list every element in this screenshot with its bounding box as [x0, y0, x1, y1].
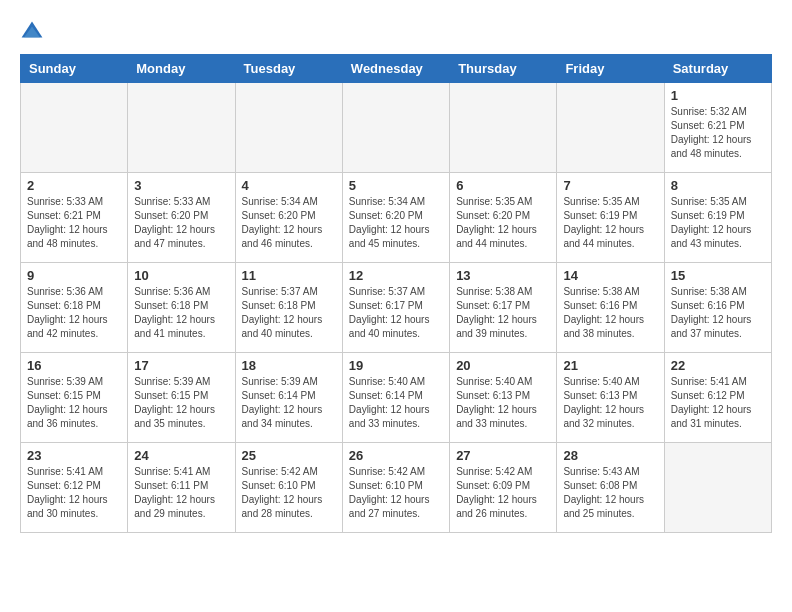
calendar-cell: 9Sunrise: 5:36 AM Sunset: 6:18 PM Daylig…: [21, 263, 128, 353]
calendar-cell: 10Sunrise: 5:36 AM Sunset: 6:18 PM Dayli…: [128, 263, 235, 353]
calendar-cell: 21Sunrise: 5:40 AM Sunset: 6:13 PM Dayli…: [557, 353, 664, 443]
day-number: 14: [563, 268, 657, 283]
day-info: Sunrise: 5:39 AM Sunset: 6:15 PM Dayligh…: [134, 375, 228, 431]
day-number: 26: [349, 448, 443, 463]
day-number: 15: [671, 268, 765, 283]
day-number: 4: [242, 178, 336, 193]
week-row-5: 23Sunrise: 5:41 AM Sunset: 6:12 PM Dayli…: [21, 443, 772, 533]
day-info: Sunrise: 5:38 AM Sunset: 6:16 PM Dayligh…: [563, 285, 657, 341]
day-header-thursday: Thursday: [450, 55, 557, 83]
day-info: Sunrise: 5:42 AM Sunset: 6:10 PM Dayligh…: [242, 465, 336, 521]
day-number: 27: [456, 448, 550, 463]
day-number: 21: [563, 358, 657, 373]
day-info: Sunrise: 5:41 AM Sunset: 6:12 PM Dayligh…: [671, 375, 765, 431]
day-number: 6: [456, 178, 550, 193]
calendar-cell: 15Sunrise: 5:38 AM Sunset: 6:16 PM Dayli…: [664, 263, 771, 353]
calendar-cell: 20Sunrise: 5:40 AM Sunset: 6:13 PM Dayli…: [450, 353, 557, 443]
calendar-cell: [664, 443, 771, 533]
calendar-cell: 27Sunrise: 5:42 AM Sunset: 6:09 PM Dayli…: [450, 443, 557, 533]
logo-icon: [20, 20, 44, 44]
day-header-monday: Monday: [128, 55, 235, 83]
calendar-cell: [235, 83, 342, 173]
day-info: Sunrise: 5:35 AM Sunset: 6:19 PM Dayligh…: [563, 195, 657, 251]
calendar-cell: 19Sunrise: 5:40 AM Sunset: 6:14 PM Dayli…: [342, 353, 449, 443]
calendar-cell: 24Sunrise: 5:41 AM Sunset: 6:11 PM Dayli…: [128, 443, 235, 533]
day-number: 10: [134, 268, 228, 283]
day-info: Sunrise: 5:33 AM Sunset: 6:21 PM Dayligh…: [27, 195, 121, 251]
day-number: 1: [671, 88, 765, 103]
calendar-cell: 4Sunrise: 5:34 AM Sunset: 6:20 PM Daylig…: [235, 173, 342, 263]
day-info: Sunrise: 5:37 AM Sunset: 6:17 PM Dayligh…: [349, 285, 443, 341]
week-row-3: 9Sunrise: 5:36 AM Sunset: 6:18 PM Daylig…: [21, 263, 772, 353]
day-info: Sunrise: 5:40 AM Sunset: 6:14 PM Dayligh…: [349, 375, 443, 431]
day-info: Sunrise: 5:40 AM Sunset: 6:13 PM Dayligh…: [563, 375, 657, 431]
calendar-cell: 23Sunrise: 5:41 AM Sunset: 6:12 PM Dayli…: [21, 443, 128, 533]
day-info: Sunrise: 5:43 AM Sunset: 6:08 PM Dayligh…: [563, 465, 657, 521]
day-info: Sunrise: 5:40 AM Sunset: 6:13 PM Dayligh…: [456, 375, 550, 431]
calendar-cell: 28Sunrise: 5:43 AM Sunset: 6:08 PM Dayli…: [557, 443, 664, 533]
calendar-cell: 25Sunrise: 5:42 AM Sunset: 6:10 PM Dayli…: [235, 443, 342, 533]
day-info: Sunrise: 5:41 AM Sunset: 6:11 PM Dayligh…: [134, 465, 228, 521]
calendar-cell: 16Sunrise: 5:39 AM Sunset: 6:15 PM Dayli…: [21, 353, 128, 443]
calendar-header: SundayMondayTuesdayWednesdayThursdayFrid…: [21, 55, 772, 83]
calendar-cell: 18Sunrise: 5:39 AM Sunset: 6:14 PM Dayli…: [235, 353, 342, 443]
day-number: 28: [563, 448, 657, 463]
day-header-wednesday: Wednesday: [342, 55, 449, 83]
calendar-cell: [557, 83, 664, 173]
day-number: 12: [349, 268, 443, 283]
day-info: Sunrise: 5:32 AM Sunset: 6:21 PM Dayligh…: [671, 105, 765, 161]
day-info: Sunrise: 5:39 AM Sunset: 6:15 PM Dayligh…: [27, 375, 121, 431]
day-info: Sunrise: 5:36 AM Sunset: 6:18 PM Dayligh…: [27, 285, 121, 341]
week-row-2: 2Sunrise: 5:33 AM Sunset: 6:21 PM Daylig…: [21, 173, 772, 263]
day-info: Sunrise: 5:35 AM Sunset: 6:19 PM Dayligh…: [671, 195, 765, 251]
calendar-cell: 13Sunrise: 5:38 AM Sunset: 6:17 PM Dayli…: [450, 263, 557, 353]
day-info: Sunrise: 5:33 AM Sunset: 6:20 PM Dayligh…: [134, 195, 228, 251]
week-row-4: 16Sunrise: 5:39 AM Sunset: 6:15 PM Dayli…: [21, 353, 772, 443]
calendar-cell: 7Sunrise: 5:35 AM Sunset: 6:19 PM Daylig…: [557, 173, 664, 263]
day-number: 8: [671, 178, 765, 193]
day-header-sunday: Sunday: [21, 55, 128, 83]
day-info: Sunrise: 5:41 AM Sunset: 6:12 PM Dayligh…: [27, 465, 121, 521]
calendar-cell: 6Sunrise: 5:35 AM Sunset: 6:20 PM Daylig…: [450, 173, 557, 263]
calendar-cell: 8Sunrise: 5:35 AM Sunset: 6:19 PM Daylig…: [664, 173, 771, 263]
calendar-cell: [450, 83, 557, 173]
calendar-cell: 3Sunrise: 5:33 AM Sunset: 6:20 PM Daylig…: [128, 173, 235, 263]
day-header-row: SundayMondayTuesdayWednesdayThursdayFrid…: [21, 55, 772, 83]
calendar-cell: 14Sunrise: 5:38 AM Sunset: 6:16 PM Dayli…: [557, 263, 664, 353]
day-info: Sunrise: 5:34 AM Sunset: 6:20 PM Dayligh…: [242, 195, 336, 251]
day-number: 19: [349, 358, 443, 373]
day-number: 3: [134, 178, 228, 193]
day-number: 16: [27, 358, 121, 373]
calendar-cell: 1Sunrise: 5:32 AM Sunset: 6:21 PM Daylig…: [664, 83, 771, 173]
day-info: Sunrise: 5:36 AM Sunset: 6:18 PM Dayligh…: [134, 285, 228, 341]
logo: [20, 20, 48, 44]
day-number: 23: [27, 448, 121, 463]
day-number: 25: [242, 448, 336, 463]
day-info: Sunrise: 5:35 AM Sunset: 6:20 PM Dayligh…: [456, 195, 550, 251]
calendar-cell: [21, 83, 128, 173]
day-header-saturday: Saturday: [664, 55, 771, 83]
day-info: Sunrise: 5:42 AM Sunset: 6:10 PM Dayligh…: [349, 465, 443, 521]
day-number: 18: [242, 358, 336, 373]
day-header-tuesday: Tuesday: [235, 55, 342, 83]
day-number: 20: [456, 358, 550, 373]
day-number: 11: [242, 268, 336, 283]
calendar-body: 1Sunrise: 5:32 AM Sunset: 6:21 PM Daylig…: [21, 83, 772, 533]
calendar-cell: 11Sunrise: 5:37 AM Sunset: 6:18 PM Dayli…: [235, 263, 342, 353]
day-info: Sunrise: 5:39 AM Sunset: 6:14 PM Dayligh…: [242, 375, 336, 431]
day-info: Sunrise: 5:42 AM Sunset: 6:09 PM Dayligh…: [456, 465, 550, 521]
calendar-cell: [342, 83, 449, 173]
day-number: 13: [456, 268, 550, 283]
calendar-cell: 2Sunrise: 5:33 AM Sunset: 6:21 PM Daylig…: [21, 173, 128, 263]
calendar-table: SundayMondayTuesdayWednesdayThursdayFrid…: [20, 54, 772, 533]
calendar-cell: 22Sunrise: 5:41 AM Sunset: 6:12 PM Dayli…: [664, 353, 771, 443]
day-header-friday: Friday: [557, 55, 664, 83]
day-number: 17: [134, 358, 228, 373]
week-row-1: 1Sunrise: 5:32 AM Sunset: 6:21 PM Daylig…: [21, 83, 772, 173]
header: [20, 20, 772, 44]
calendar-cell: 26Sunrise: 5:42 AM Sunset: 6:10 PM Dayli…: [342, 443, 449, 533]
day-info: Sunrise: 5:38 AM Sunset: 6:17 PM Dayligh…: [456, 285, 550, 341]
day-number: 7: [563, 178, 657, 193]
day-info: Sunrise: 5:38 AM Sunset: 6:16 PM Dayligh…: [671, 285, 765, 341]
day-number: 2: [27, 178, 121, 193]
